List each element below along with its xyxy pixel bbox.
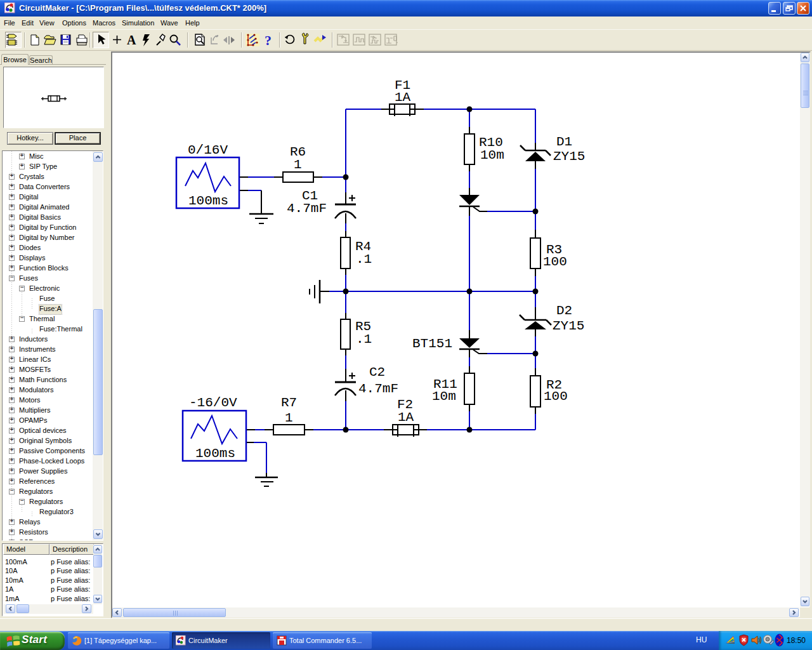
svg-text:10m: 10m — [432, 389, 456, 404]
svg-text:.1: .1 — [356, 332, 372, 347]
svg-text:A: A — [127, 33, 136, 47]
svg-text:1: 1 — [294, 157, 302, 172]
svg-text:1A: 1A — [398, 410, 414, 425]
svg-text:C2: C2 — [369, 365, 385, 380]
svg-text:1A: 1A — [395, 90, 411, 105]
svg-text:ZY15: ZY15 — [553, 319, 584, 333]
svg-text:10m: 10m — [480, 148, 504, 162]
svg-text:4.7mF: 4.7mF — [358, 381, 398, 396]
svg-text:100ms: 100ms — [195, 446, 235, 461]
svg-text:?: ? — [265, 32, 272, 48]
svg-text:R7: R7 — [281, 395, 297, 410]
svg-text:BT151: BT151 — [412, 336, 452, 351]
svg-text:-16/0V: -16/0V — [189, 395, 237, 410]
svg-text:100: 100 — [543, 255, 567, 269]
svg-text:1: 1 — [285, 411, 293, 425]
svg-text:ZY15: ZY15 — [553, 149, 585, 164]
svg-text:100: 100 — [544, 389, 568, 404]
svg-text:.1: .1 — [356, 252, 372, 267]
svg-text:4.7mF: 4.7mF — [287, 201, 327, 216]
svg-text:D1: D1 — [556, 135, 572, 149]
svg-text:100ms: 100ms — [188, 194, 228, 208]
svg-text:D2: D2 — [556, 303, 572, 318]
svg-text:0/16V: 0/16V — [188, 143, 228, 157]
